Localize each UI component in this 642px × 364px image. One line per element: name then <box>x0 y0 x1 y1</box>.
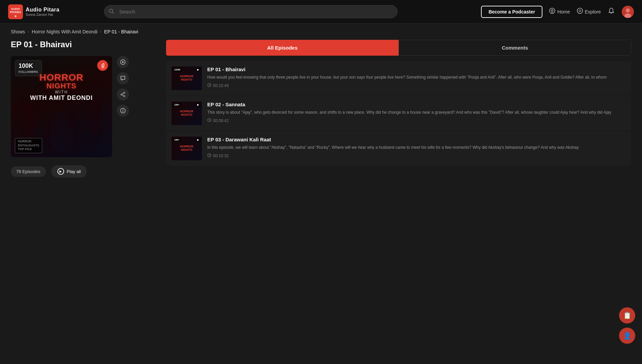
episode-title: EP 01 - Bhairavi <box>11 40 153 49</box>
svg-point-27 <box>123 109 123 110</box>
show-art-inner: 100K FOLLOWERS HORROR NIGHTS with with A… <box>11 56 112 157</box>
avatar[interactable] <box>622 6 634 18</box>
svg-point-14 <box>89 98 101 135</box>
clock-icon-2 <box>207 118 211 123</box>
badge-number: 100K <box>19 62 38 70</box>
ep-thumb-num-3: ▶ <box>196 138 200 142</box>
svg-point-17 <box>55 112 68 125</box>
main-content: EP 01 - Bhairavi 100K <box>0 40 642 177</box>
become-podcaster-button[interactable]: Become a Podcaster <box>481 6 542 18</box>
svg-point-20 <box>124 92 125 93</box>
episode-actions: 78 Episodes ▶ Play all <box>11 165 153 177</box>
music-icon <box>97 60 108 71</box>
left-panel: EP 01 - Bhairavi 100K <box>11 40 153 177</box>
episode-list: 100K ▶ HORRORNIGHTS EP 01 - Bhairavi How… <box>166 61 631 166</box>
breadcrumb-shows[interactable]: Shows <box>11 29 25 34</box>
ep-desc-1: How would you feel knowing that only thr… <box>207 74 626 80</box>
home-icon <box>549 8 555 16</box>
show-art: 100K FOLLOWERS HORROR NIGHTS with with A… <box>11 56 112 157</box>
home-nav-link[interactable]: Home <box>549 8 570 16</box>
home-label: Home <box>557 9 570 15</box>
ep-desc-2: This story is about "Ajay", who gets div… <box>207 109 626 115</box>
search-icon <box>109 8 114 15</box>
explore-label: Explore <box>585 9 601 15</box>
play-all-button[interactable]: ▶ Play all <box>51 165 87 177</box>
show-title-1: HORROR <box>11 73 112 82</box>
ep-title-3: EP 03 - Darawani Kali Raat <box>207 137 626 142</box>
ep-thumb-num-2: ▶ <box>196 103 200 107</box>
ep-duration-3: 00:10:32 <box>207 153 626 158</box>
svg-text:PITARA: PITARA <box>10 10 21 14</box>
episode-count: 78 Episodes <box>11 166 46 177</box>
bottom-badge-line3: TOP PICK <box>18 147 39 151</box>
show-art-container: 100K FOLLOWERS HORROR NIGHTS with with A… <box>11 56 112 157</box>
bottom-badge-line2: ENTHUSIASTS <box>18 144 39 148</box>
tab-all-episodes[interactable]: All Episodes <box>166 40 399 56</box>
bottom-badge-line1: HORROR <box>18 140 39 144</box>
show-subtitle-with: with <box>11 90 112 94</box>
ep-thumbnail-2: 1M+ ▶ HORRORNIGHTS <box>171 102 202 125</box>
show-subtitle: with Amit Deondi <box>11 94 112 102</box>
brand-tagline: Sunna Zaroori Hai <box>26 13 59 17</box>
ep-thumb-badge-1: 100K <box>173 68 182 72</box>
ep-duration-2: 00:09:42 <box>207 118 626 123</box>
svg-point-8 <box>577 8 583 13</box>
clock-icon-3 <box>207 153 211 158</box>
logo-area[interactable]: AUDIO PITARA Audio Pitara Sunna Zaroori … <box>8 4 59 19</box>
svg-line-36 <box>209 155 210 156</box>
svg-point-22 <box>121 94 122 95</box>
app-header: AUDIO PITARA Audio Pitara Sunna Zaroori … <box>0 0 642 24</box>
ep-time-1: 00:10:49 <box>213 83 229 88</box>
ep-info-1: EP 01 - Bhairavi How would you feel know… <box>207 66 626 88</box>
logo-text: Audio Pitara Sunna Zaroori Hai <box>26 7 59 17</box>
svg-rect-7 <box>552 11 553 12</box>
ep-desc-3: In this episode, we will learn about "Ak… <box>207 144 626 150</box>
search-input[interactable] <box>104 5 398 18</box>
ep-title-2: EP 02 - Sannata <box>207 102 626 107</box>
breadcrumb-current: EP 01 - Bhairavi <box>104 29 138 34</box>
floating-feedback-button[interactable]: 📋 <box>619 307 635 324</box>
logo-icon: AUDIO PITARA <box>8 4 23 19</box>
notification-icon[interactable] <box>608 7 615 16</box>
svg-line-5 <box>112 12 114 13</box>
clock-icon-1 <box>207 83 211 88</box>
horror-title: HORROR NIGHTS with with Amit Deondi <box>11 73 112 102</box>
ep-thumb-title-1: HORRORNIGHTS <box>179 74 194 82</box>
play-all-label: Play all <box>67 169 81 174</box>
explore-icon <box>577 8 583 16</box>
breadcrumb-show[interactable]: Horror Nights With Amit Deondi <box>32 29 98 34</box>
show-title-2: NIGHTS <box>11 82 112 90</box>
episode-item[interactable]: 1M+ ▶ HORRORNIGHTS EP 02 - Sannata This … <box>166 96 631 131</box>
episode-item[interactable]: 1M+ ▶ HORRORNIGHTS EP 03 - Darawani Kali… <box>166 131 631 166</box>
breadcrumb-sep-2: › <box>100 29 102 34</box>
episode-item[interactable]: 100K ▶ HORRORNIGHTS EP 01 - Bhairavi How… <box>166 61 631 95</box>
svg-line-33 <box>209 120 210 121</box>
play-button[interactable] <box>117 56 129 68</box>
ep-thumb-title-2: HORRORNIGHTS <box>179 109 194 117</box>
bottom-badge: HORROR ENTHUSIASTS TOP PICK <box>15 138 42 153</box>
ep-thumbnail-3: 1M+ ▶ HORRORNIGHTS <box>171 137 202 160</box>
explore-nav-link[interactable]: Explore <box>577 8 601 16</box>
ep-time-3: 00:10:32 <box>213 153 229 158</box>
ep-thumbnail-1: 100K ▶ HORRORNIGHTS <box>171 66 202 90</box>
ep-thumb-num-1: ▶ <box>196 68 200 72</box>
svg-point-21 <box>124 95 125 97</box>
svg-line-23 <box>122 93 124 94</box>
ep-info-3: EP 03 - Darawani Kali Raat In this episo… <box>207 137 626 158</box>
ep-thumb-badge-3: 1M+ <box>173 138 181 142</box>
ep-info-2: EP 02 - Sannata This story is about "Aja… <box>207 102 626 123</box>
svg-line-30 <box>209 85 210 86</box>
tab-comments[interactable]: Comments <box>399 40 631 56</box>
info-button[interactable] <box>117 105 129 117</box>
brand-name: Audio Pitara <box>26 7 59 13</box>
floating-user-button[interactable]: 👤 <box>619 328 635 344</box>
breadcrumb-sep-1: › <box>28 29 29 34</box>
right-panel: All Episodes Comments 100K ▶ HORRORNIGHT… <box>166 40 631 177</box>
breadcrumb: Shows › Horror Nights With Amit Deondi ›… <box>0 24 642 40</box>
comment-button[interactable] <box>117 72 129 84</box>
action-buttons <box>117 56 129 117</box>
search-bar[interactable] <box>104 5 398 18</box>
share-button[interactable] <box>117 88 129 101</box>
svg-point-3 <box>15 15 17 17</box>
header-right: Become a Podcaster Home Explore <box>481 6 634 18</box>
